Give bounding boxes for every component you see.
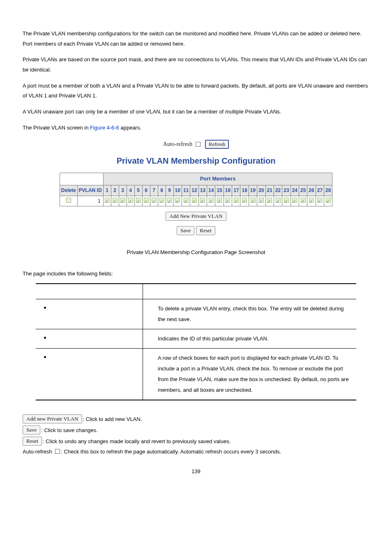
port-col: 24 — [291, 185, 299, 196]
port-col: 13 — [198, 185, 207, 196]
intro-text: The Private VLAN screen in — [23, 125, 90, 131]
port-checkbox[interactable] — [152, 198, 157, 203]
port-checkbox[interactable] — [105, 198, 110, 203]
port-col: 26 — [307, 185, 316, 196]
port-col: 17 — [232, 185, 240, 196]
port-col: 6 — [142, 185, 150, 196]
port-col: 23 — [282, 185, 291, 196]
field-description: A row of check boxes for each port is di… — [143, 349, 357, 400]
port-col: 16 — [224, 185, 232, 196]
intro-paragraph: A port must be a member of both a VLAN a… — [23, 81, 369, 101]
port-col: 2 — [111, 185, 119, 196]
legend-ar-label: Auto-refresh — [23, 449, 52, 455]
port-checkbox[interactable] — [167, 198, 172, 203]
port-col: 25 — [299, 185, 307, 196]
port-checkbox[interactable] — [200, 198, 205, 203]
port-checkbox[interactable] — [225, 198, 230, 203]
port-col: 9 — [166, 185, 173, 196]
port-checkbox[interactable] — [144, 198, 149, 203]
port-checkbox[interactable] — [276, 198, 281, 203]
port-col: 5 — [134, 185, 142, 196]
port-col: 4 — [127, 185, 134, 196]
port-col: 14 — [207, 185, 215, 196]
port-checkbox[interactable] — [192, 198, 197, 203]
port-checkbox[interactable] — [128, 198, 133, 203]
section-title: Private VLAN Membership Configuration — [23, 153, 369, 169]
col-pvlanid: PVLAN ID — [77, 185, 103, 196]
port-checkbox[interactable] — [175, 198, 180, 203]
legend-add-button[interactable]: Add new Private VLAN — [23, 414, 82, 423]
port-checkbox[interactable] — [251, 198, 256, 203]
field-object — [36, 299, 143, 329]
fields-intro: The page includes the following fields: — [23, 269, 369, 279]
port-checkbox[interactable] — [159, 198, 164, 203]
delete-checkbox[interactable] — [66, 198, 71, 203]
port-col: 27 — [316, 185, 324, 196]
toolbelt: Auto-refresh Refresh — [23, 139, 369, 150]
col-delete: Delete — [60, 185, 77, 196]
figure-link[interactable]: Figure 4-6-6 — [90, 125, 119, 131]
legend-reset-button[interactable]: Reset — [23, 437, 42, 446]
port-checkbox[interactable] — [242, 198, 247, 203]
reset-button[interactable]: Reset — [196, 226, 215, 235]
legend-text: : Check this box to refresh the page aut… — [61, 449, 281, 455]
field-object — [36, 349, 143, 400]
port-checkbox[interactable] — [317, 198, 322, 203]
port-checkbox[interactable] — [267, 198, 272, 203]
intro-paragraph: Private VLANs are based on the source po… — [23, 55, 369, 75]
intro-paragraph: A VLAN unaware port can only be a member… — [23, 107, 369, 117]
legend-text: : Click to undo any changes made locally… — [43, 438, 231, 444]
port-col: 10 — [173, 185, 182, 196]
figure-caption: Private VLAN Membership Configuration Pa… — [23, 247, 369, 258]
port-checkbox[interactable] — [120, 198, 125, 203]
port-col: 11 — [182, 185, 190, 196]
bullet-icon — [44, 337, 46, 339]
port-col: 18 — [240, 185, 249, 196]
port-col: 3 — [119, 185, 127, 196]
legend-text: : Click to save changes. — [41, 427, 97, 433]
port-checkbox[interactable] — [301, 198, 306, 203]
pvlan-table: Port Members Delete PVLAN ID 1 2 3 4 5 6… — [60, 173, 333, 206]
port-col: 1 — [103, 185, 111, 196]
port-checkbox[interactable] — [217, 198, 222, 203]
port-checkbox[interactable] — [259, 198, 264, 203]
add-new-pvlan-button[interactable]: Add New Private VLAN — [166, 212, 226, 221]
legend-text: : Click to add new VLAN. — [83, 416, 142, 422]
port-checkbox[interactable] — [113, 198, 118, 203]
port-checkbox[interactable] — [136, 198, 141, 203]
port-col: 8 — [158, 185, 166, 196]
fields-table: To delete a private VLAN entry, check th… — [36, 283, 356, 400]
save-button[interactable]: Save — [177, 226, 194, 235]
port-checkbox[interactable] — [284, 198, 289, 203]
port-col: 15 — [215, 185, 224, 196]
field-object — [36, 329, 143, 349]
intro-paragraph: The Private VLAN screen in Figure 4-6-6 … — [23, 123, 369, 133]
auto-refresh-checkbox[interactable] — [196, 142, 201, 147]
legend: Add new Private VLAN: Click to add new V… — [23, 414, 369, 456]
port-col: 28 — [324, 185, 332, 196]
legend-save-button[interactable]: Save — [23, 426, 40, 435]
port-col: 12 — [190, 185, 198, 196]
port-checkbox[interactable] — [184, 198, 189, 203]
auto-refresh-label: Auto-refresh — [163, 141, 193, 147]
legend-ar-checkbox-icon — [55, 449, 60, 454]
refresh-button[interactable]: Refresh — [205, 140, 229, 149]
port-col: 20 — [257, 185, 265, 196]
port-checkbox[interactable] — [326, 198, 331, 203]
pvlanid-value: 1 — [77, 196, 103, 206]
port-checkbox[interactable] — [234, 198, 239, 203]
port-col: 22 — [274, 185, 282, 196]
field-description: To delete a private VLAN entry, check th… — [143, 299, 357, 329]
page-number: 139 — [23, 467, 369, 477]
bullet-icon — [44, 307, 46, 309]
bullet-icon — [44, 356, 46, 358]
port-members-header: Port Members — [103, 173, 332, 185]
port-checkbox[interactable] — [292, 198, 297, 203]
port-col: 21 — [265, 185, 274, 196]
intro-text: appears. — [119, 125, 141, 131]
port-checkbox[interactable] — [309, 198, 314, 203]
port-checkbox[interactable] — [209, 198, 214, 203]
port-col: 7 — [150, 185, 158, 196]
port-col: 19 — [249, 185, 257, 196]
field-description: Indicates the ID of this particular priv… — [143, 329, 357, 349]
